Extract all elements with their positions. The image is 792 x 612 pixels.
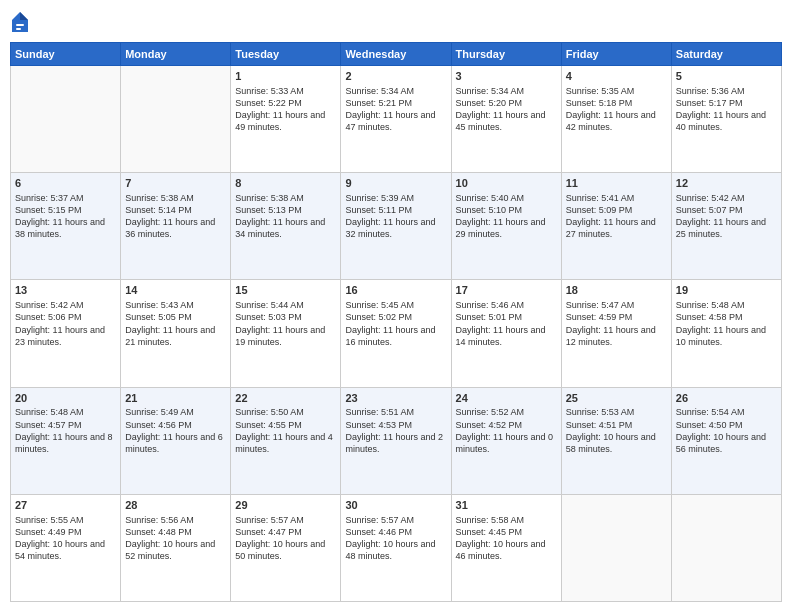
calendar-cell: 24Sunrise: 5:52 AM Sunset: 4:52 PM Dayli… [451,387,561,494]
calendar-header-row: Sunday Monday Tuesday Wednesday Thursday… [11,43,782,66]
calendar-cell: 31Sunrise: 5:58 AM Sunset: 4:45 PM Dayli… [451,494,561,601]
day-info: Sunrise: 5:40 AM Sunset: 5:10 PM Dayligh… [456,192,557,241]
day-number: 31 [456,498,557,513]
calendar-cell: 4Sunrise: 5:35 AM Sunset: 5:18 PM Daylig… [561,66,671,173]
calendar-cell: 12Sunrise: 5:42 AM Sunset: 5:07 PM Dayli… [671,173,781,280]
day-number: 30 [345,498,446,513]
calendar-cell: 2Sunrise: 5:34 AM Sunset: 5:21 PM Daylig… [341,66,451,173]
day-info: Sunrise: 5:33 AM Sunset: 5:22 PM Dayligh… [235,85,336,134]
calendar-cell: 30Sunrise: 5:57 AM Sunset: 4:46 PM Dayli… [341,494,451,601]
day-number: 21 [125,391,226,406]
day-info: Sunrise: 5:35 AM Sunset: 5:18 PM Dayligh… [566,85,667,134]
calendar-week-row: 1Sunrise: 5:33 AM Sunset: 5:22 PM Daylig… [11,66,782,173]
col-sunday: Sunday [11,43,121,66]
col-thursday: Thursday [451,43,561,66]
calendar-cell: 21Sunrise: 5:49 AM Sunset: 4:56 PM Dayli… [121,387,231,494]
day-number: 14 [125,283,226,298]
calendar-cell: 1Sunrise: 5:33 AM Sunset: 5:22 PM Daylig… [231,66,341,173]
calendar-cell [561,494,671,601]
day-number: 28 [125,498,226,513]
day-info: Sunrise: 5:44 AM Sunset: 5:03 PM Dayligh… [235,299,336,348]
calendar-cell: 18Sunrise: 5:47 AM Sunset: 4:59 PM Dayli… [561,280,671,387]
day-info: Sunrise: 5:45 AM Sunset: 5:02 PM Dayligh… [345,299,446,348]
day-number: 2 [345,69,446,84]
calendar-cell: 28Sunrise: 5:56 AM Sunset: 4:48 PM Dayli… [121,494,231,601]
calendar-cell: 29Sunrise: 5:57 AM Sunset: 4:47 PM Dayli… [231,494,341,601]
calendar-cell: 10Sunrise: 5:40 AM Sunset: 5:10 PM Dayli… [451,173,561,280]
col-monday: Monday [121,43,231,66]
day-info: Sunrise: 5:39 AM Sunset: 5:11 PM Dayligh… [345,192,446,241]
calendar-cell: 3Sunrise: 5:34 AM Sunset: 5:20 PM Daylig… [451,66,561,173]
calendar-cell: 5Sunrise: 5:36 AM Sunset: 5:17 PM Daylig… [671,66,781,173]
svg-marker-1 [20,12,28,20]
day-number: 23 [345,391,446,406]
logo-icon [10,10,30,34]
day-number: 15 [235,283,336,298]
day-number: 26 [676,391,777,406]
day-number: 5 [676,69,777,84]
calendar-cell: 7Sunrise: 5:38 AM Sunset: 5:14 PM Daylig… [121,173,231,280]
day-info: Sunrise: 5:57 AM Sunset: 4:46 PM Dayligh… [345,514,446,563]
calendar-cell: 8Sunrise: 5:38 AM Sunset: 5:13 PM Daylig… [231,173,341,280]
calendar-cell: 11Sunrise: 5:41 AM Sunset: 5:09 PM Dayli… [561,173,671,280]
day-info: Sunrise: 5:36 AM Sunset: 5:17 PM Dayligh… [676,85,777,134]
calendar-cell: 17Sunrise: 5:46 AM Sunset: 5:01 PM Dayli… [451,280,561,387]
day-number: 1 [235,69,336,84]
day-info: Sunrise: 5:48 AM Sunset: 4:57 PM Dayligh… [15,406,116,455]
calendar-week-row: 27Sunrise: 5:55 AM Sunset: 4:49 PM Dayli… [11,494,782,601]
day-number: 24 [456,391,557,406]
calendar-cell: 9Sunrise: 5:39 AM Sunset: 5:11 PM Daylig… [341,173,451,280]
calendar-cell: 22Sunrise: 5:50 AM Sunset: 4:55 PM Dayli… [231,387,341,494]
calendar-week-row: 6Sunrise: 5:37 AM Sunset: 5:15 PM Daylig… [11,173,782,280]
calendar-cell: 19Sunrise: 5:48 AM Sunset: 4:58 PM Dayli… [671,280,781,387]
day-number: 27 [15,498,116,513]
calendar-cell: 16Sunrise: 5:45 AM Sunset: 5:02 PM Dayli… [341,280,451,387]
calendar-cell: 26Sunrise: 5:54 AM Sunset: 4:50 PM Dayli… [671,387,781,494]
day-number: 19 [676,283,777,298]
calendar-cell: 27Sunrise: 5:55 AM Sunset: 4:49 PM Dayli… [11,494,121,601]
day-info: Sunrise: 5:48 AM Sunset: 4:58 PM Dayligh… [676,299,777,348]
day-info: Sunrise: 5:41 AM Sunset: 5:09 PM Dayligh… [566,192,667,241]
calendar-cell: 14Sunrise: 5:43 AM Sunset: 5:05 PM Dayli… [121,280,231,387]
day-number: 13 [15,283,116,298]
day-info: Sunrise: 5:51 AM Sunset: 4:53 PM Dayligh… [345,406,446,455]
day-number: 4 [566,69,667,84]
calendar-cell: 23Sunrise: 5:51 AM Sunset: 4:53 PM Dayli… [341,387,451,494]
col-wednesday: Wednesday [341,43,451,66]
day-number: 10 [456,176,557,191]
day-number: 20 [15,391,116,406]
day-info: Sunrise: 5:34 AM Sunset: 5:21 PM Dayligh… [345,85,446,134]
day-info: Sunrise: 5:52 AM Sunset: 4:52 PM Dayligh… [456,406,557,455]
day-number: 29 [235,498,336,513]
calendar-cell [121,66,231,173]
day-info: Sunrise: 5:38 AM Sunset: 5:14 PM Dayligh… [125,192,226,241]
day-info: Sunrise: 5:46 AM Sunset: 5:01 PM Dayligh… [456,299,557,348]
calendar-week-row: 13Sunrise: 5:42 AM Sunset: 5:06 PM Dayli… [11,280,782,387]
calendar-cell [671,494,781,601]
calendar: Sunday Monday Tuesday Wednesday Thursday… [10,42,782,602]
day-info: Sunrise: 5:56 AM Sunset: 4:48 PM Dayligh… [125,514,226,563]
day-number: 3 [456,69,557,84]
day-number: 17 [456,283,557,298]
day-info: Sunrise: 5:34 AM Sunset: 5:20 PM Dayligh… [456,85,557,134]
day-info: Sunrise: 5:42 AM Sunset: 5:07 PM Dayligh… [676,192,777,241]
svg-rect-2 [16,24,24,26]
day-info: Sunrise: 5:37 AM Sunset: 5:15 PM Dayligh… [15,192,116,241]
day-number: 6 [15,176,116,191]
day-number: 22 [235,391,336,406]
day-info: Sunrise: 5:53 AM Sunset: 4:51 PM Dayligh… [566,406,667,455]
day-number: 18 [566,283,667,298]
calendar-cell: 25Sunrise: 5:53 AM Sunset: 4:51 PM Dayli… [561,387,671,494]
day-number: 16 [345,283,446,298]
calendar-week-row: 20Sunrise: 5:48 AM Sunset: 4:57 PM Dayli… [11,387,782,494]
day-info: Sunrise: 5:42 AM Sunset: 5:06 PM Dayligh… [15,299,116,348]
day-number: 9 [345,176,446,191]
calendar-cell: 13Sunrise: 5:42 AM Sunset: 5:06 PM Dayli… [11,280,121,387]
day-number: 7 [125,176,226,191]
col-saturday: Saturday [671,43,781,66]
day-info: Sunrise: 5:57 AM Sunset: 4:47 PM Dayligh… [235,514,336,563]
day-info: Sunrise: 5:55 AM Sunset: 4:49 PM Dayligh… [15,514,116,563]
day-info: Sunrise: 5:38 AM Sunset: 5:13 PM Dayligh… [235,192,336,241]
day-number: 25 [566,391,667,406]
day-info: Sunrise: 5:43 AM Sunset: 5:05 PM Dayligh… [125,299,226,348]
